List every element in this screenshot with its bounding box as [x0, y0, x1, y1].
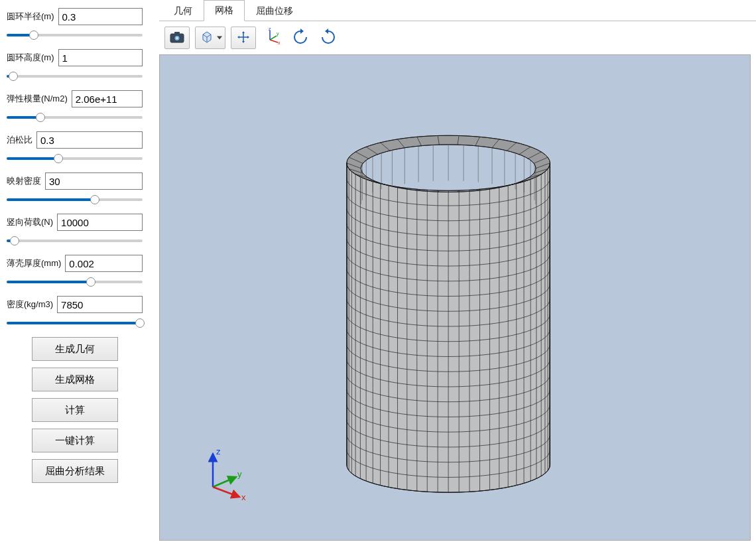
- param-row: 泊松比: [7, 131, 143, 165]
- rotate-ccw-icon: [292, 29, 309, 48]
- param-input[interactable]: [58, 49, 143, 66]
- rotate-cw-icon: [320, 29, 337, 48]
- tab[interactable]: 几何: [162, 1, 204, 21]
- rotate-ccw-button[interactable]: [289, 27, 312, 49]
- svg-text:y: y: [277, 31, 279, 36]
- svg-line-12: [270, 40, 278, 42]
- param-row: 映射密度: [7, 172, 143, 206]
- axes-indicator-button[interactable]: z x y: [261, 27, 284, 49]
- param-slider[interactable]: [7, 153, 143, 165]
- svg-point-3: [176, 36, 178, 39]
- screenshot-button[interactable]: [164, 27, 190, 49]
- param-row: 圆环高度(m): [7, 49, 143, 82]
- svg-marker-17: [325, 29, 328, 34]
- param-input[interactable]: [57, 296, 143, 313]
- param-row: 竖向荷载(N): [7, 214, 143, 247]
- axis-y-label: y: [237, 469, 242, 479]
- svg-marker-16: [300, 29, 304, 34]
- one-click-compute-button[interactable]: 一键计算: [32, 429, 118, 452]
- param-row: 密度(kg/m3): [7, 296, 143, 329]
- main-area: 几何网格屈曲位移: [149, 0, 756, 546]
- tab-bar: 几何网格屈曲位移: [159, 0, 756, 21]
- svg-line-104: [213, 487, 239, 497]
- param-input[interactable]: [36, 131, 143, 149]
- svg-line-103: [213, 477, 236, 487]
- param-slider[interactable]: [7, 29, 143, 41]
- param-slider[interactable]: [7, 317, 143, 329]
- action-button-group: 生成几何 生成网格 计算 一键计算 屈曲分析结果: [7, 337, 143, 483]
- viewport-3d[interactable]: z y x: [159, 54, 751, 541]
- generate-mesh-button[interactable]: 生成网格: [32, 368, 118, 391]
- param-label: 薄壳厚度(mm): [7, 257, 61, 269]
- param-row: 薄壳厚度(mm): [7, 255, 143, 288]
- param-input[interactable]: [65, 255, 143, 272]
- param-input[interactable]: [45, 172, 143, 190]
- param-input[interactable]: [57, 214, 143, 231]
- camera-icon: [170, 31, 184, 45]
- viewport-toolbar: z x y: [159, 21, 756, 54]
- param-label: 泊松比: [7, 134, 32, 146]
- param-label: 竖向荷载(N): [7, 216, 53, 228]
- param-row: 圆环半径(m): [7, 8, 143, 41]
- orientation-triad: z y x: [196, 444, 256, 504]
- svg-rect-1: [174, 32, 180, 34]
- svg-text:z: z: [269, 28, 271, 31]
- param-label: 弹性模量(N/m2): [7, 93, 68, 105]
- param-label: 圆环半径(m): [7, 11, 54, 23]
- axis-z-label: z: [216, 446, 221, 456]
- param-row: 弹性模量(N/m2): [7, 90, 143, 123]
- move-icon: [237, 31, 250, 46]
- rotate-cw-button[interactable]: [317, 27, 340, 49]
- param-slider[interactable]: [7, 111, 143, 123]
- generate-geometry-button[interactable]: 生成几何: [32, 337, 118, 361]
- pan-button[interactable]: [231, 27, 256, 49]
- view-cube-button[interactable]: [195, 27, 225, 49]
- param-label: 映射密度: [7, 175, 41, 187]
- compute-button[interactable]: 计算: [32, 398, 118, 422]
- param-input[interactable]: [72, 90, 143, 107]
- svg-text:x: x: [278, 40, 281, 45]
- param-slider[interactable]: [7, 276, 143, 288]
- param-slider[interactable]: [7, 70, 143, 82]
- param-label: 圆环高度(m): [7, 52, 54, 64]
- tab[interactable]: 网格: [204, 0, 245, 21]
- param-slider[interactable]: [7, 235, 143, 247]
- svg-line-14: [270, 36, 277, 40]
- param-label: 密度(kg/m3): [7, 299, 53, 310]
- chevron-down-icon: [217, 36, 222, 40]
- buckling-result-button[interactable]: 屈曲分析结果: [32, 459, 118, 483]
- cube-icon: [200, 31, 214, 46]
- sidebar: 圆环半径(m) 圆环高度(m) 弹性模量(N/m2): [0, 0, 149, 546]
- tab[interactable]: 屈曲位移: [245, 1, 304, 21]
- axes-icon: z x y: [263, 28, 282, 48]
- axis-x-label: x: [241, 492, 246, 502]
- param-slider[interactable]: [7, 194, 143, 206]
- param-input[interactable]: [58, 8, 143, 25]
